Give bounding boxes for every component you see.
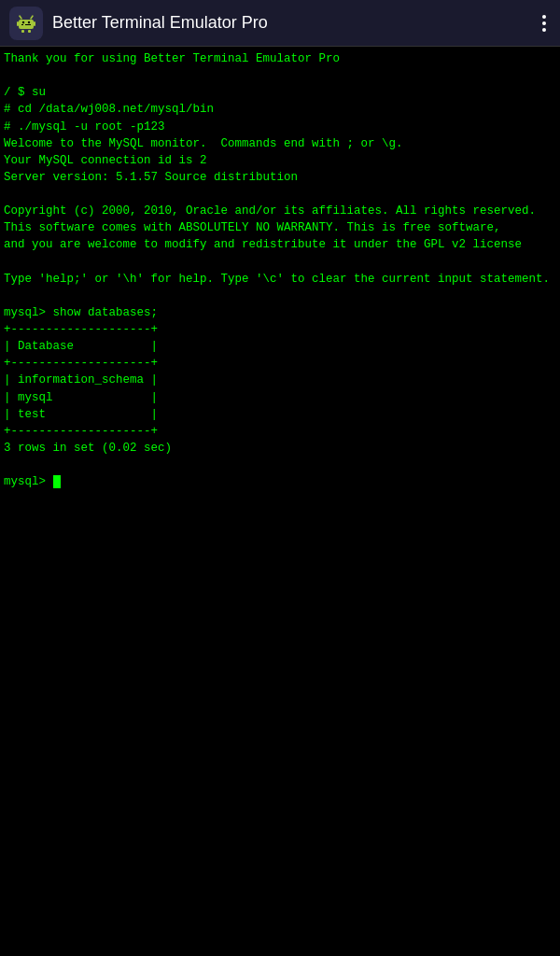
svg-point-1 — [22, 21, 24, 22]
app-icon — [9, 7, 43, 40]
svg-rect-5 — [17, 21, 19, 26]
overflow-menu-icon[interactable] — [538, 10, 551, 36]
terminal-text: Thank you for using Better Terminal Emul… — [4, 50, 556, 490]
terminal-output[interactable]: Thank you for using Better Terminal Emul… — [0, 47, 560, 956]
svg-line-3 — [20, 16, 21, 19]
svg-rect-8 — [28, 30, 31, 33]
svg-line-4 — [31, 16, 33, 19]
svg-point-2 — [28, 21, 30, 22]
titlebar: Better Terminal Emulator Pro — [0, 0, 560, 47]
svg-rect-7 — [21, 30, 24, 33]
terminal-cursor — [53, 475, 61, 488]
app-title: Better Terminal Emulator Pro — [52, 13, 538, 33]
svg-rect-6 — [34, 21, 35, 26]
